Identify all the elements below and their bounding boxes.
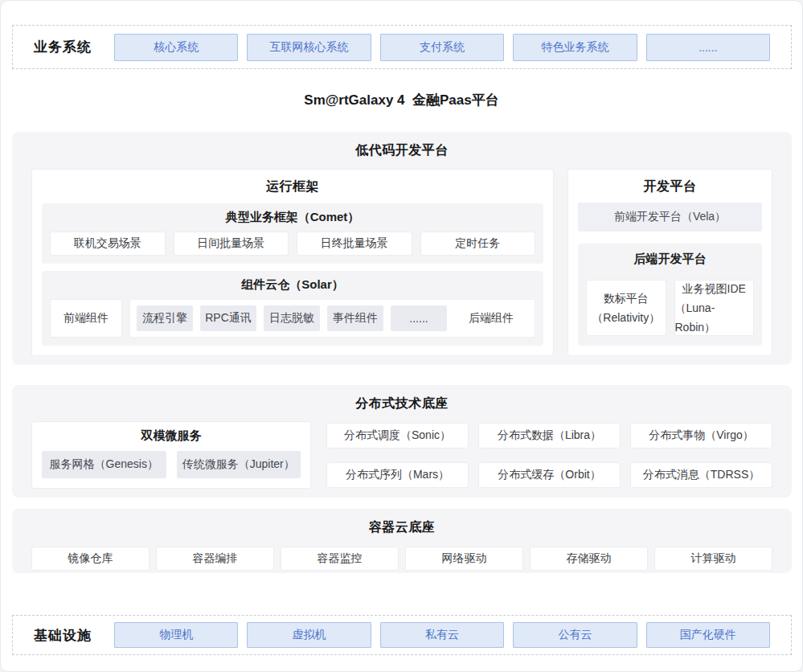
lowcode-columns: 运行框架 典型业务框架（Comet） 联机交易场景 日间批量场景 日终批量场景 … [31, 169, 772, 356]
business-system-payment: 支付系统 [380, 34, 504, 61]
comet-node-online-trade: 联机交易场景 [50, 232, 166, 256]
comet-title: 典型业务框架（Comet） [50, 210, 535, 225]
container-cloud-items: 镜像仓库 容器编排 容器监控 网络驱动 存储驱动 计算驱动 [31, 547, 772, 571]
comet-panel: 典型业务框架（Comet） 联机交易场景 日间批量场景 日终批量场景 定时任务 [42, 203, 543, 264]
container-node-orchestration: 容器编排 [156, 547, 274, 571]
dist-node-virgo: 分布式事物（Virgo） [630, 423, 772, 449]
infrastructure-label: 基础设施 [34, 626, 114, 645]
infrastructure-chips: 物理机 虚拟机 私有云 公有云 国产化硬件 [114, 622, 770, 648]
business-systems-chips: 核心系统 互联网核心系统 支付系统 特色业务系统 ...... [114, 34, 770, 61]
dual-mode-jupiter: 传统微服务（Jupiter） [177, 451, 301, 478]
dist-node-orbit: 分布式缓存（Orbit） [478, 462, 621, 488]
distributed-grid: 分布式调度（Sonic） 分布式数据（Libra） 分布式事物（Virgo） 分… [326, 423, 772, 489]
solar-chip-more: ...... [391, 305, 447, 331]
solar-chip-event-components: 事件组件 [327, 305, 383, 331]
comet-node-daytime-batch: 日间批量场景 [174, 232, 289, 256]
container-node-network-driver: 网络驱动 [405, 547, 523, 571]
runtime-framework-title: 运行框架 [42, 178, 543, 195]
dev-platform-title: 开发平台 [578, 178, 762, 195]
solar-items: 前端组件 流程引擎 RPC通讯 日志脱敏 事件组件 ...... 后端组件 [50, 299, 535, 338]
solar-chip-process-engine: 流程引擎 [137, 305, 193, 331]
dist-node-sonic: 分布式调度（Sonic） [326, 423, 469, 449]
dev-platform-panel: 开发平台 前端开发平台（Vela） 后端开发平台 数标平台 （Relativit… [567, 169, 772, 356]
business-system-more: ...... [646, 34, 770, 61]
distributed-base-panel: 分布式技术底座 双模微服务 服务网格（Genesis） 传统微服务（Jupite… [12, 385, 792, 498]
backend-node-relativity-code: （Relativity） [592, 308, 660, 327]
infrastructure-row: 基础设施 物理机 虚拟机 私有云 公有云 国产化硬件 [12, 615, 792, 655]
container-cloud-title: 容器云底座 [31, 519, 772, 536]
container-node-image-repo: 镜像仓库 [31, 547, 150, 571]
lowcode-platform-title: 低代码开发平台 [31, 142, 772, 159]
business-systems-label: 业务系统 [34, 38, 114, 56]
distributed-body: 双模微服务 服务网格（Genesis） 传统微服务（Jupiter） 分布式调度… [31, 421, 772, 489]
vela-frontend-platform: 前端开发平台（Vela） [578, 203, 762, 232]
dist-node-tdrss: 分布式消息（TDRSS） [630, 462, 772, 488]
solar-chip-log-masking: 日志脱敏 [264, 305, 320, 331]
runtime-framework-body: 典型业务框架（Comet） 联机交易场景 日间批量场景 日终批量场景 定时任务 … [42, 203, 543, 346]
infra-public-cloud: 公有云 [513, 622, 637, 648]
business-system-core: 核心系统 [114, 34, 238, 61]
backend-dev-panel: 后端开发平台 数标平台 （Relativity） 业务视图IDE （Luna-R… [578, 244, 762, 346]
infra-physical-machine: 物理机 [114, 622, 238, 648]
solar-chip-strip: 流程引擎 RPC通讯 日志脱敏 事件组件 ...... 后端组件 [129, 299, 535, 338]
infra-domestic-hardware: 国产化硬件 [646, 622, 770, 648]
infra-private-cloud: 私有云 [380, 622, 504, 648]
dist-node-libra: 分布式数据（Libra） [478, 423, 621, 449]
backend-node-luna-robin: 业务视图IDE （Luna-Robin） [674, 280, 755, 336]
infra-virtual-machine: 虚拟机 [247, 622, 371, 648]
backend-dev-title: 后端开发平台 [586, 252, 754, 267]
backend-dev-items: 数标平台 （Relativity） 业务视图IDE （Luna-Robin） [586, 280, 754, 336]
container-node-compute-driver: 计算驱动 [654, 547, 772, 571]
platform-title: Sm@rtGalaxy 4 金融Paas平台 [1, 91, 802, 109]
comet-node-scheduled-task: 定时任务 [420, 232, 536, 256]
solar-title: 组件云仓（Solar） [50, 277, 535, 293]
business-system-special: 特色业务系统 [513, 34, 637, 61]
architecture-diagram: 业务系统 核心系统 互联网核心系统 支付系统 特色业务系统 ...... Sm@… [0, 0, 803, 672]
dual-mode-microservice-panel: 双模微服务 服务网格（Genesis） 传统微服务（Jupiter） [31, 421, 311, 489]
backend-node-relativity: 数标平台 （Relativity） [586, 280, 666, 336]
distributed-base-title: 分布式技术底座 [31, 395, 772, 412]
comet-items: 联机交易场景 日间批量场景 日终批量场景 定时任务 [50, 232, 535, 256]
container-node-monitoring: 容器监控 [281, 547, 399, 571]
solar-node-backend-components: 后端组件 [454, 311, 528, 326]
dual-mode-title: 双模微服务 [42, 428, 301, 444]
solar-panel: 组件云仓（Solar） 前端组件 流程引擎 RPC通讯 日志脱敏 事件组件 ..… [42, 271, 543, 346]
runtime-framework-panel: 运行框架 典型业务框架（Comet） 联机交易场景 日间批量场景 日终批量场景 … [31, 169, 554, 356]
dual-mode-genesis: 服务网格（Genesis） [42, 451, 166, 478]
lowcode-platform-panel: 低代码开发平台 运行框架 典型业务框架（Comet） 联机交易场景 日间批量场景… [12, 132, 792, 365]
comet-node-endofday-batch: 日终批量场景 [297, 232, 412, 256]
container-node-storage-driver: 存储驱动 [530, 547, 648, 571]
container-cloud-panel: 容器云底座 镜像仓库 容器编排 容器监控 网络驱动 存储驱动 计算驱动 [12, 509, 792, 573]
dual-mode-items: 服务网格（Genesis） 传统微服务（Jupiter） [42, 451, 301, 478]
solar-chip-rpc: RPC通讯 [200, 305, 256, 331]
dist-node-mars: 分布式序列（Mars） [326, 462, 469, 488]
business-systems-row: 业务系统 核心系统 互联网核心系统 支付系统 特色业务系统 ...... [12, 25, 792, 69]
backend-node-luna-robin-code: （Luna-Robin） [675, 298, 754, 337]
business-system-internet-core: 互联网核心系统 [247, 34, 371, 61]
solar-node-frontend-components: 前端组件 [50, 299, 122, 338]
backend-node-relativity-name: 数标平台 [604, 289, 649, 308]
backend-node-luna-robin-name: 业务视图IDE [682, 279, 746, 298]
